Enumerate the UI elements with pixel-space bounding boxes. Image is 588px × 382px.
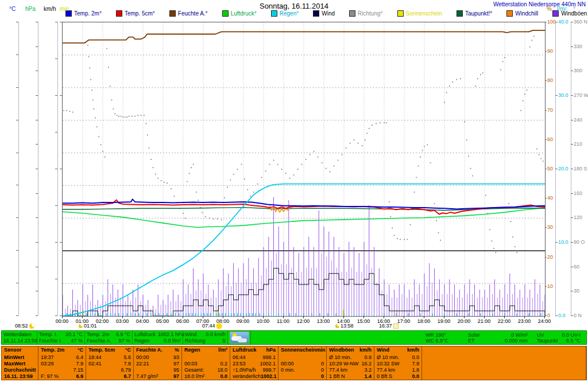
table-cell-text: 02:41 (88, 361, 102, 367)
direction-dot (141, 115, 142, 116)
direction-dot (460, 78, 461, 79)
table-col-unit: hPa (266, 347, 276, 354)
sun-icon (393, 323, 399, 329)
chart-legend: Temp. 2m°Temp. 5cm°Feuchte A.°Luftdruck°… (65, 10, 587, 17)
direction-dot (386, 122, 387, 123)
table-col-unit: °C (78, 347, 83, 354)
status-right-block: WR 190°WC 6.9°CSolar0 W/m²ET0.000 mmUV0.… (425, 331, 586, 344)
table-cell-value: 7.15 (73, 367, 83, 373)
direction-tick (571, 242, 573, 243)
temp-tick (16, 120, 18, 120)
direction-dot (213, 219, 214, 220)
legend-label: Luftdruck° (231, 10, 257, 17)
direction-dot (380, 122, 381, 123)
table-cell-text: 00:03 (184, 361, 198, 367)
direction-dot (444, 102, 445, 103)
table-col-header: Sonnenscheinmin (278, 346, 326, 354)
legend-label: Feuchte A.° (178, 10, 208, 17)
direction-dot (89, 68, 90, 69)
table-row-label: 16.11. 23:59 (2, 373, 38, 380)
direction-dot (221, 219, 222, 220)
direction-dot (322, 162, 323, 163)
direction-tick (571, 315, 573, 316)
table-col-name: Feuchte A. (136, 347, 163, 354)
table-col-unit: min (316, 347, 326, 354)
wind-tick (55, 169, 57, 169)
direction-dot (449, 85, 450, 87)
rain-tick-label: 40.0 (558, 20, 568, 25)
sun-moon-markers: 08:5201:0107:4413:5816:37 (0, 323, 588, 330)
table-col-feuchte-a-: Feuchte A.%00:009322:2197957.47 g/m³97 (134, 346, 182, 380)
status-right-col: WR 190°WC 6.9°C (425, 332, 459, 344)
pressure-tick (36, 169, 38, 169)
direction-dot (167, 182, 168, 184)
direction-dot (305, 159, 307, 160)
direction-dot (446, 92, 447, 93)
direction-dot (247, 189, 248, 190)
direction-dot (301, 164, 303, 165)
direction-dot (464, 122, 465, 123)
direction-dot (233, 174, 234, 175)
table-cell: 95 (134, 367, 181, 373)
table-cell: 00:000 (278, 361, 326, 367)
moon-icon (335, 324, 339, 328)
direction-dot (424, 146, 425, 147)
direction-dot (318, 157, 319, 158)
table-cell-value: 999.7 (262, 367, 276, 373)
status-cell: Wetterdaten16.11.14 23:59 (2, 331, 37, 344)
table-cell: 23:531002.1 (230, 361, 278, 367)
humidity-tick-label: 40 (547, 196, 553, 201)
table-col-unit: % (175, 347, 179, 354)
direction-tick-label: 180 S (574, 166, 587, 171)
legend-item-taupunkt-: Taupunkt!° (457, 10, 492, 17)
status-value: 6.9 °C (116, 332, 130, 337)
direction-dot (106, 48, 107, 49)
legend-color-box (169, 10, 176, 17)
direction-dot (91, 89, 92, 91)
direction-dot (477, 78, 478, 79)
table-cell-value: 1.4 (364, 373, 372, 380)
temp-tick (16, 315, 18, 316)
status-label: Feuchte A. (87, 338, 111, 344)
temp-tick (16, 22, 18, 22)
legend-item-feuchte-a-: Feuchte A.° (169, 10, 208, 17)
table-cell-value: 6.79 (121, 367, 131, 373)
pressure-tick (36, 22, 38, 22)
status-line: Feuchte A.97 % (87, 338, 130, 344)
status-cell: Wind0.0 km/hRichtungS (183, 331, 228, 344)
table-cell-value: 5.6 (123, 354, 131, 361)
direction-dot (500, 69, 501, 71)
table-cell: 10:32 SW7.9 (374, 361, 421, 367)
direction-dot (440, 240, 441, 241)
status-right-col: UV0.0 UV-ITaupunkt6.5 °C (537, 332, 581, 344)
direction-dot (514, 246, 516, 247)
table-cell-value: 93 (173, 354, 179, 361)
table-col-temp-5cm: Temp. 5cm°C18:445.602:417.86.796.7 (86, 346, 134, 380)
direction-dot (277, 164, 278, 165)
direction-dot (330, 171, 331, 172)
pressure-axis-line (38, 22, 38, 315)
pressure-tick (36, 95, 38, 96)
direction-dot (314, 151, 315, 152)
pressure-tick (36, 193, 38, 194)
table-cell-text: Ø 10 min. (377, 354, 399, 361)
wind-tick (55, 315, 57, 316)
pressure-tick (36, 71, 38, 71)
table-cell-text: 0 min. (281, 367, 295, 373)
rain-tick-label: 0.0 (558, 313, 566, 318)
table-cell-value: 0 (321, 367, 324, 373)
direction-dot (241, 164, 242, 165)
table-cell: 0 Bft S0.0 (374, 373, 421, 380)
direction-dot (87, 45, 88, 46)
direction-dot (131, 116, 133, 117)
direction-dot (118, 116, 119, 117)
table-cell-value: 0 (321, 361, 324, 367)
legend-item-windchill: Windchill (506, 10, 538, 17)
table-cell-value: 95 (173, 367, 179, 373)
wind-axis-line (57, 22, 58, 315)
legend-color-box (506, 10, 513, 17)
direction-dot (96, 126, 98, 127)
temp-tick (16, 217, 18, 218)
direction-dot (470, 168, 471, 169)
direction-dot (397, 238, 398, 239)
